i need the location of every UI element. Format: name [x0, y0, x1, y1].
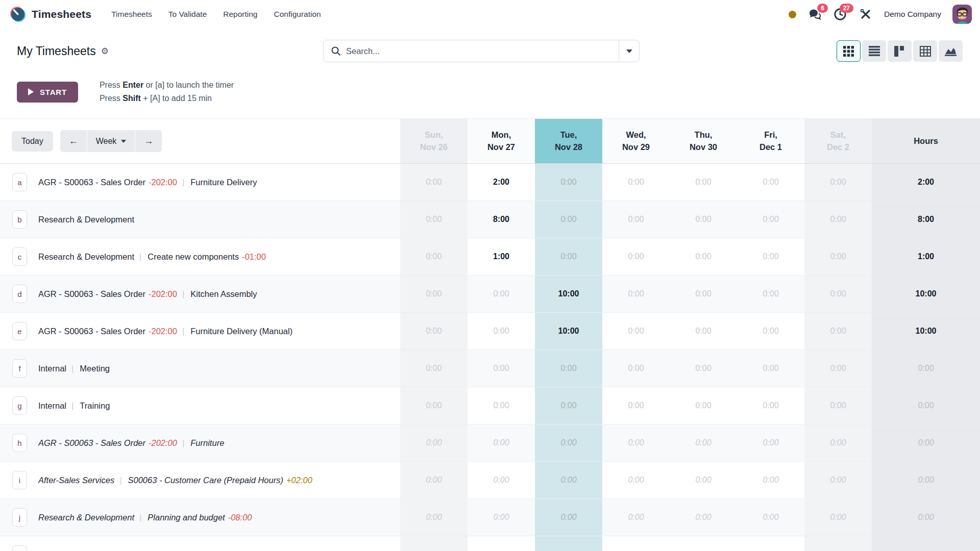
range-selector[interactable]: Week — [87, 130, 135, 152]
cell-sun[interactable]: 0:00 — [400, 462, 468, 498]
cell-tue[interactable]: 0:00 — [535, 499, 602, 536]
cell-mon[interactable]: 1:00 — [468, 238, 535, 275]
cell-wed[interactable]: 0:00 — [602, 536, 670, 551]
cell-wed[interactable]: 0:00 — [602, 499, 670, 536]
timesheet-row-suggested[interactable]: h AGR - S00063 - Sales Order-202:00|Furn… — [0, 424, 980, 462]
cell-fri[interactable]: 0:00 — [737, 238, 804, 275]
cell-mon[interactable]: 8:00 — [468, 201, 535, 238]
cell-mon[interactable]: 0:00 — [468, 499, 535, 536]
cell-fri[interactable]: 0:00 — [737, 201, 804, 238]
search-options-toggle[interactable] — [619, 40, 639, 62]
menu-reporting[interactable]: Reporting — [216, 5, 264, 23]
view-pivot-button[interactable] — [913, 40, 937, 62]
cell-sun[interactable]: 0:00 — [400, 350, 468, 387]
cell-tue[interactable]: 0:00 — [535, 350, 602, 387]
tools-icon[interactable] — [859, 8, 873, 21]
cell-tue[interactable]: 0:00 — [535, 238, 602, 275]
timesheet-row[interactable]: f Internal|Meeting 0:00 0:00 0:00 0:00 0… — [0, 350, 980, 387]
cell-tue[interactable]: 0:00 — [535, 201, 602, 238]
cell-sun[interactable]: 0:00 — [400, 276, 468, 312]
next-week-button[interactable]: → — [135, 130, 162, 152]
menu-timesheets[interactable]: Timesheets — [105, 5, 159, 23]
cell-fri[interactable]: 0:00 — [737, 462, 804, 498]
activity-dot[interactable] — [789, 11, 796, 18]
cell-thu[interactable]: 0:00 — [670, 387, 737, 424]
cell-sun[interactable]: 0:00 — [400, 164, 468, 201]
cell-sat[interactable]: 0:00 — [804, 462, 872, 498]
cell-sat[interactable]: 0:00 — [804, 276, 872, 312]
view-graph-button[interactable] — [939, 40, 963, 62]
activities-clock-icon[interactable]: 27 — [833, 8, 847, 21]
timesheet-row[interactable]: g Internal|Training 0:00 0:00 0:00 0:00 … — [0, 387, 980, 424]
cell-fri[interactable]: 0:00 — [737, 276, 804, 312]
timesheet-row-suggested[interactable]: k Research & Development|Gather data for… — [0, 536, 980, 551]
avatar[interactable] — [952, 5, 972, 24]
cell-fri[interactable]: 0:00 — [737, 350, 804, 387]
cell-wed[interactable]: 0:00 — [602, 276, 670, 312]
cell-mon[interactable]: 0:00 — [468, 536, 535, 551]
cell-sat[interactable]: 0:00 — [804, 499, 872, 536]
cell-tue[interactable]: 0:00 — [535, 424, 602, 461]
cell-fri[interactable]: 0:00 — [737, 536, 804, 551]
cell-tue[interactable]: 10:00 — [535, 276, 602, 312]
cell-wed[interactable]: 0:00 — [602, 462, 670, 498]
cell-tue[interactable]: 0:00 — [535, 462, 602, 498]
cell-fri[interactable]: 0:00 — [737, 499, 804, 536]
cell-mon[interactable]: 0:00 — [468, 462, 535, 498]
cell-fri[interactable]: 0:00 — [737, 313, 804, 349]
cell-fri[interactable]: 0:00 — [737, 424, 804, 461]
cell-mon[interactable]: 0:00 — [468, 387, 535, 424]
cell-thu[interactable]: 0:00 — [670, 424, 737, 461]
cell-tue[interactable]: 0:00 — [535, 387, 602, 424]
cell-sat[interactable]: 0:00 — [804, 387, 872, 424]
cell-thu[interactable]: 0:00 — [670, 313, 737, 349]
cell-sun[interactable]: 0:00 — [400, 424, 468, 461]
cell-wed[interactable]: 0:00 — [602, 387, 670, 424]
cell-wed[interactable]: 0:00 — [602, 238, 670, 275]
cell-sat[interactable]: 0:00 — [804, 424, 872, 461]
cell-mon[interactable]: 2:00 — [468, 164, 535, 201]
cell-thu[interactable]: 0:00 — [670, 164, 737, 201]
cell-sat[interactable]: 0:00 — [804, 350, 872, 387]
cell-tue[interactable]: 10:00 — [535, 313, 602, 349]
cell-thu[interactable]: 0:00 — [670, 499, 737, 536]
cell-fri[interactable]: 0:00 — [737, 387, 804, 424]
cell-sun[interactable]: 0:00 — [400, 536, 468, 551]
timesheet-row-suggested[interactable]: j Research & Development|Planning and bu… — [0, 499, 980, 536]
cell-thu[interactable]: 0:00 — [670, 276, 737, 312]
cell-sun[interactable]: 0:00 — [400, 499, 468, 536]
cell-wed[interactable]: 0:00 — [602, 350, 670, 387]
timesheet-row[interactable]: d AGR - S00063 - Sales Order-202:00|Kitc… — [0, 276, 980, 313]
previous-week-button[interactable]: ← — [60, 130, 87, 152]
cell-wed[interactable]: 0:00 — [602, 201, 670, 238]
cell-sat[interactable]: 0:00 — [804, 238, 872, 275]
cell-thu[interactable]: 0:00 — [670, 462, 737, 498]
cell-sat[interactable]: 0:00 — [804, 536, 872, 551]
cell-wed[interactable]: 0:00 — [602, 313, 670, 349]
cell-sun[interactable]: 0:00 — [400, 238, 468, 275]
timesheet-row[interactable]: c Research & Development|Create new comp… — [0, 238, 980, 276]
cell-mon[interactable]: 0:00 — [468, 350, 535, 387]
cell-thu[interactable]: 0:00 — [670, 536, 737, 551]
menu-to-validate[interactable]: To Validate — [162, 5, 214, 23]
cell-sun[interactable]: 0:00 — [400, 313, 468, 349]
cell-sat[interactable]: 0:00 — [804, 313, 872, 349]
company-menu[interactable]: Demo Company — [884, 10, 941, 19]
cell-sun[interactable]: 0:00 — [400, 387, 468, 424]
timesheet-row-suggested[interactable]: i After-Sales Services|S00063 - Customer… — [0, 462, 980, 499]
search-input[interactable] — [346, 46, 611, 56]
cell-tue[interactable]: 0:00 — [535, 536, 602, 551]
cell-tue[interactable]: 0:00 — [535, 164, 602, 201]
cell-mon[interactable]: 0:00 — [468, 276, 535, 312]
cell-thu[interactable]: 0:00 — [670, 201, 737, 238]
cell-wed[interactable]: 0:00 — [602, 164, 670, 201]
cell-sat[interactable]: 0:00 — [804, 164, 872, 201]
app-switcher[interactable]: Timesheets — [9, 6, 91, 23]
timesheet-row[interactable]: a AGR - S00063 - Sales Order-202:00|Furn… — [0, 164, 980, 201]
cell-sat[interactable]: 0:00 — [804, 201, 872, 238]
cell-thu[interactable]: 0:00 — [670, 350, 737, 387]
timesheet-row[interactable]: b Research & Development 0:00 8:00 0:00 … — [0, 201, 980, 238]
menu-configuration[interactable]: Configuration — [267, 5, 327, 23]
view-grid-button[interactable] — [837, 40, 861, 62]
cell-mon[interactable]: 0:00 — [468, 424, 535, 461]
